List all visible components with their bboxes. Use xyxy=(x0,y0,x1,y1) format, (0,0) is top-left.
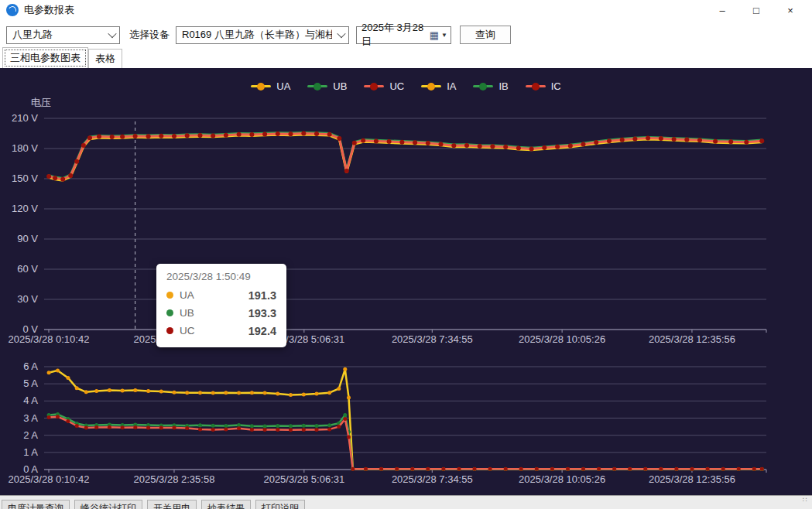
chart-tooltip: 2025/3/28 1:50:49 UA 191.3 UB 193.3 UC 1… xyxy=(156,264,286,347)
legend-marker-icon xyxy=(473,85,493,87)
device-select[interactable]: R0169 八里九路（长丰路）与湘桂线交 xyxy=(176,26,349,44)
legend-item-IB[interactable]: IB xyxy=(473,80,508,92)
svg-text:30 V: 30 V xyxy=(17,293,38,305)
tooltip-series-label: UB xyxy=(180,307,194,319)
query-button[interactable]: 查询 xyxy=(460,26,511,44)
svg-text:90 V: 90 V xyxy=(17,233,38,244)
legend-item-IC[interactable]: IC xyxy=(526,80,561,92)
tab-bar: 三相电参数图表 表格 xyxy=(0,50,812,68)
legend-item-UC[interactable]: UC xyxy=(364,80,404,92)
calendar-icon: ▦ xyxy=(430,30,439,40)
legend-item-UA[interactable]: UA xyxy=(251,80,290,92)
area-select-value: 八里九路 xyxy=(12,28,53,42)
bottom-bar-button[interactable]: 电度计量查询 xyxy=(2,500,70,509)
legend-marker-icon xyxy=(526,85,546,87)
close-button[interactable]: × xyxy=(773,0,807,20)
legend-marker-icon xyxy=(421,85,441,87)
device-select-label: 选择设备 xyxy=(129,28,170,42)
series-dot-icon xyxy=(166,292,173,299)
legend-label: IC xyxy=(551,80,561,92)
tooltip-timestamp: 2025/3/28 1:50:49 xyxy=(166,271,276,282)
tooltip-series-value: 193.3 xyxy=(248,307,276,319)
tooltip-row: UC 192.4 xyxy=(166,322,276,340)
app-window: 电参数报表 – □ × 八里九路 选择设备 R0169 八里九路（长丰路）与湘桂… xyxy=(0,0,812,509)
tooltip-series-value: 191.3 xyxy=(248,289,276,302)
svg-text:60 V: 60 V xyxy=(17,263,38,275)
legend-marker-icon xyxy=(364,85,384,87)
svg-text:150 V: 150 V xyxy=(12,173,38,184)
window-controls: – □ × xyxy=(705,0,807,20)
legend-item-UB[interactable]: UB xyxy=(307,80,347,92)
device-select-value: R0169 八里九路（长丰路）与湘桂线交 xyxy=(182,28,332,42)
svg-text:2025/3/28 12:35:56: 2025/3/28 12:35:56 xyxy=(649,473,735,485)
bottom-bar-button[interactable]: 抄表结果 xyxy=(201,500,251,509)
svg-text:2025/3/28 10:05:26: 2025/3/28 10:05:26 xyxy=(519,333,605,345)
window-title: 电参数报表 xyxy=(24,3,74,17)
svg-text:210 V: 210 V xyxy=(12,112,38,124)
series-dot-icon xyxy=(166,327,173,334)
svg-text:2 A: 2 A xyxy=(23,429,38,441)
legend-marker-icon xyxy=(307,85,327,87)
legend-label: UC xyxy=(389,80,404,92)
minimize-button[interactable]: – xyxy=(705,0,739,20)
title-bar: 电参数报表 – □ × xyxy=(0,0,812,21)
svg-text:电压: 电压 xyxy=(31,97,51,108)
svg-text:2025/3/28 0:10:42: 2025/3/28 0:10:42 xyxy=(9,333,90,345)
svg-text:2025/3/28 12:35:56: 2025/3/28 12:35:56 xyxy=(649,333,735,345)
series-dot-icon xyxy=(166,309,173,316)
tooltip-series-label: UC xyxy=(180,325,195,336)
tab-label: 三相电参数图表 xyxy=(10,52,81,63)
svg-text:2025/3/28 7:34:55: 2025/3/28 7:34:55 xyxy=(392,333,473,345)
background-window-strip: ∷ 电度计量查询峰谷统计打印开关用电抄表结果打印说明 xyxy=(0,495,812,509)
tooltip-series-value: 192.4 xyxy=(248,325,276,337)
legend-item-IA[interactable]: IA xyxy=(421,80,456,92)
legend-marker-icon xyxy=(251,85,271,87)
chart-canvas[interactable]: 0 V30 V60 V90 V120 V150 V180 V210 V2025/… xyxy=(0,68,812,495)
legend-label: UA xyxy=(276,80,290,92)
chart-legend: UAUBUCIAIBIC xyxy=(0,80,812,92)
legend-label: IB xyxy=(499,80,508,92)
date-picker[interactable]: 2025年 3月28日 ▦ ▼ xyxy=(356,26,451,44)
tooltip-row: UA 191.3 xyxy=(166,286,276,304)
bottom-bar-button[interactable]: 打印说明 xyxy=(255,500,305,509)
svg-text:2025/3/28 0:10:42: 2025/3/28 0:10:42 xyxy=(9,473,90,485)
toolbar: 八里九路 选择设备 R0169 八里九路（长丰路）与湘桂线交 2025年 3月2… xyxy=(0,20,812,50)
area-select[interactable]: 八里九路 xyxy=(6,26,120,44)
legend-label: UB xyxy=(333,80,347,92)
tab-table[interactable]: 表格 xyxy=(88,49,122,68)
svg-text:120 V: 120 V xyxy=(12,203,38,214)
date-picker-value: 2025年 3月28日 xyxy=(361,21,430,49)
chart-region: UAUBUCIAIBIC 0 V30 V60 V90 V120 V150 V18… xyxy=(0,68,812,495)
tooltip-row: UB 193.3 xyxy=(166,304,276,322)
dropdown-arrow-icon: ▼ xyxy=(441,32,447,39)
svg-text:2025/3/28 2:35:58: 2025/3/28 2:35:58 xyxy=(134,473,215,485)
svg-text:2025/3/28 10:05:26: 2025/3/28 10:05:26 xyxy=(519,473,605,485)
bottom-bar-button[interactable]: 峰谷统计打印 xyxy=(74,500,142,509)
svg-text:180 V: 180 V xyxy=(12,142,38,154)
svg-text:3 A: 3 A xyxy=(23,412,38,424)
resize-grip-icon[interactable]: ∷ xyxy=(803,498,810,506)
svg-text:6 A: 6 A xyxy=(23,360,38,372)
chevron-down-icon xyxy=(108,29,116,38)
svg-text:1 A: 1 A xyxy=(23,446,38,458)
legend-label: IA xyxy=(447,80,456,92)
chevron-down-icon xyxy=(337,29,345,38)
bottom-bar-button[interactable]: 开关用电 xyxy=(147,500,197,509)
svg-text:2025/3/28 7:34:55: 2025/3/28 7:34:55 xyxy=(392,473,473,485)
tab-label: 表格 xyxy=(95,53,115,64)
maximize-button[interactable]: □ xyxy=(739,0,773,20)
svg-text:2025/3/28 5:06:31: 2025/3/28 5:06:31 xyxy=(263,473,344,485)
tooltip-series-label: UA xyxy=(180,289,194,301)
svg-text:5 A: 5 A xyxy=(23,377,38,389)
svg-text:4 A: 4 A xyxy=(23,395,38,406)
tab-three-phase-chart[interactable]: 三相电参数图表 xyxy=(2,47,88,68)
app-icon xyxy=(6,4,19,16)
